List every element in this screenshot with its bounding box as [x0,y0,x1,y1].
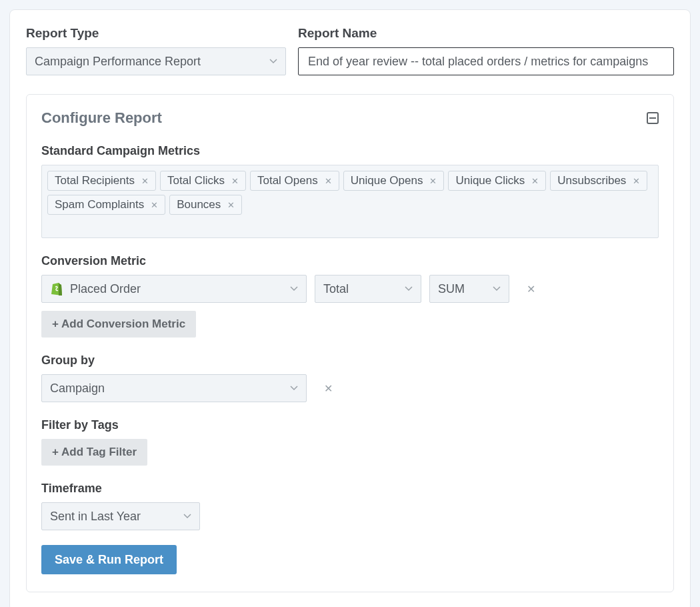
timeframe-select[interactable]: Sent in Last Year [41,502,200,530]
timeframe-label: Timeframe [41,482,659,496]
report-builder-panel: Report Type Campaign Performance Report … [9,9,691,607]
conversion-aggregation-value: Total [323,282,349,296]
remove-group-by-icon[interactable]: ✕ [320,382,337,395]
filter-tags-label: Filter by Tags [41,418,659,432]
conversion-aggregation-select[interactable]: Total [315,275,421,303]
add-tag-filter-button[interactable]: + Add Tag Filter [41,439,147,466]
metric-chip-label: Total Opens [257,174,318,187]
remove-chip-icon[interactable]: ✕ [149,200,159,210]
report-type-value: Campaign Performance Report [35,55,201,69]
configure-report-panel: Configure Report Standard Campaign Metri… [26,94,674,592]
metric-chip-label: Spam Complaints [55,198,144,211]
metric-chip[interactable]: Unique Opens ✕ [343,171,445,191]
conversion-metric-value: Placed Order [70,282,141,296]
save-and-run-button[interactable]: Save & Run Report [41,545,177,574]
remove-conversion-row-icon[interactable]: ✕ [523,283,539,295]
conversion-metric-select[interactable]: Placed Order [41,275,307,303]
configure-report-title: Configure Report [41,109,162,127]
metric-chip[interactable]: Bounces ✕ [169,195,242,215]
remove-chip-icon[interactable]: ✕ [140,176,150,186]
group-by-select[interactable]: Campaign [41,374,307,402]
chevron-down-icon [405,286,413,291]
conversion-function-value: SUM [438,282,465,296]
add-conversion-metric-button[interactable]: + Add Conversion Metric [41,311,196,338]
metric-chip-label: Total Clicks [167,174,225,187]
remove-chip-icon[interactable]: ✕ [323,176,333,186]
remove-chip-icon[interactable]: ✕ [631,176,641,186]
standard-metrics-label: Standard Campaign Metrics [41,144,659,158]
metric-chip[interactable]: Unique Clicks ✕ [448,171,546,191]
group-by-value: Campaign [50,382,105,396]
report-type-select[interactable]: Campaign Performance Report [26,47,286,75]
chevron-down-icon [493,286,501,291]
chevron-down-icon [269,59,277,64]
standard-metrics-field[interactable]: Total Recipients ✕ Total Clicks ✕ Total … [41,165,659,238]
chevron-down-icon [183,514,191,519]
remove-chip-icon[interactable]: ✕ [428,176,438,186]
report-type-label: Report Type [26,26,286,41]
conversion-function-select[interactable]: SUM [429,275,509,303]
metric-chip-label: Bounces [177,198,221,211]
metric-chip-label: Unsubscribes [557,174,626,187]
group-by-label: Group by [41,354,659,368]
chevron-down-icon [290,286,298,291]
report-name-input[interactable] [298,47,674,75]
metric-chip[interactable]: Total Clicks ✕ [160,171,246,191]
timeframe-value: Sent in Last Year [50,510,141,524]
metric-chip-label: Total Recipients [55,174,135,187]
conversion-metric-label: Conversion Metric [41,254,659,268]
metric-chip[interactable]: Total Opens ✕ [250,171,339,191]
metric-chip[interactable]: Total Recipients ✕ [47,171,156,191]
metric-chip-label: Unique Opens [351,174,423,187]
remove-chip-icon[interactable]: ✕ [530,176,540,186]
remove-chip-icon[interactable]: ✕ [226,200,236,210]
chevron-down-icon [290,386,298,391]
metric-chip[interactable]: Unsubscribes ✕ [550,171,647,191]
minus-icon [649,117,656,119]
metric-chip[interactable]: Spam Complaints ✕ [47,195,165,215]
remove-chip-icon[interactable]: ✕ [230,176,240,186]
shopify-icon [50,281,63,296]
report-name-label: Report Name [298,26,674,41]
metric-chip-label: Unique Clicks [455,174,525,187]
collapse-section-button[interactable] [647,112,659,124]
